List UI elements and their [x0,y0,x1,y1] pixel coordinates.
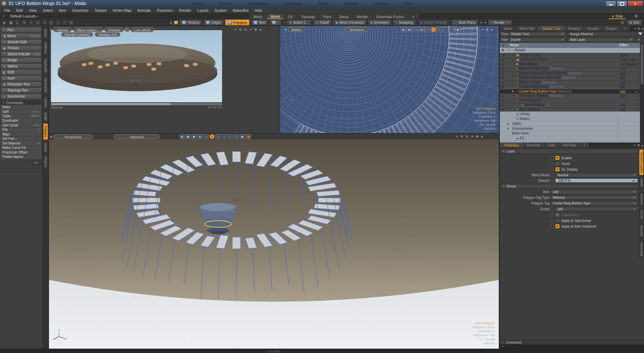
panel-tab[interactable]: Groups [584,26,602,31]
menu-item[interactable]: Select [40,8,56,12]
layer-effect[interactable]: (all) [620,90,626,94]
quick-tool-icon[interactable]: ✎ [21,20,27,25]
layer-name[interactable]: Center Ring Bottom Tops [519,90,556,93]
visibility-eye-icon[interactable]: ◉ [502,99,504,102]
layer-effect[interactable]: (all) [620,103,626,107]
command-item[interactable]: Quadruple [1,119,42,123]
shader-tree-row[interactable]: ◉ ▶ ● Bottom Asymetric Ring Outsides (Ma… [500,71,640,76]
menu-item[interactable]: Animate [134,8,154,12]
add-layer-dropdown[interactable]: Add Layer▼ [568,38,635,42]
layer-effect[interactable]: (all) [620,72,626,75]
layer-name[interactable]: Lights [512,122,521,125]
minimize-button[interactable] [605,1,616,7]
layer-name[interactable]: Final Color Output [520,58,547,61]
command-item[interactable]: Align [1,132,42,137]
layer-name[interactable]: Base Shader [519,62,538,66]
expand-arrow-icon[interactable]: ▶ [512,95,515,97]
layer-effect[interactable]: (all) [620,67,626,71]
scrollbar-thumb[interactable] [641,44,643,84]
menu-item[interactable]: Vertex Map [110,8,135,12]
tool-button[interactable]: ◆Reduction Tool [1,81,42,87]
viewport-menu-dot[interactable] [285,29,286,31]
remove-layer-icon[interactable]: ⊖ [637,38,640,42]
layer-name[interactable]: Bottom Asymetric Ring Tops [519,76,561,79]
channel-toggle-icon[interactable] [550,179,554,183]
expand-arrow-icon[interactable]: ▶ [507,127,510,130]
render-button[interactable]: ●RenderF9 [488,19,512,25]
selection-mode-button[interactable]: Item [251,19,268,25]
layer-effect[interactable]: Final Color [620,58,636,62]
layer-name[interactable]: Center Ring Bottom [519,85,548,89]
tool-button[interactable]: ◠Sketch ExtrudeAlt-B [1,51,42,57]
viewport-toggle-icon[interactable]: ▭ [425,27,430,32]
expand-icon[interactable]: ↗ [470,135,474,138]
viewport-toggle-icon[interactable]: ▥ [198,134,203,139]
layer-name[interactable]: FX [520,136,524,140]
group-section-header[interactable]: ▼Group [500,184,639,188]
quick-tool-icon[interactable]: ∵ [62,20,67,25]
effect-column-header[interactable]: Effect [620,43,628,47]
quick-tool-icon[interactable]: ◺ [15,20,20,25]
zoom-icon[interactable]: ⚲ [244,28,248,32]
more-icon[interactable]: ▸ [259,28,263,32]
viewport-option-pill[interactable]: (Render Camera) [61,32,93,37]
quick-tool-icon[interactable]: ◈ [1,20,7,25]
main-tab[interactable]: Render [353,14,372,19]
command-input[interactable]: > [500,344,644,349]
viewport-toggle-icon[interactable]: ▥ [419,27,424,32]
shader-tree-row[interactable]: ◉ ▤ Nodes ▼ [500,117,640,122]
layer-name[interactable]: UFO Basis Material [519,94,548,98]
shader-tree-row[interactable]: ◉ ▶ ● Bottom Asymetric Ring Tops (Materi… [500,75,640,80]
tool-button[interactable]: ✎Pen [1,27,42,33]
channel-toggle-icon[interactable] [550,174,554,177]
layer-name[interactable]: Alpha Output [520,53,540,57]
quick-tool-icon[interactable]: ⊙ [68,20,74,25]
viewport-toggle-icon[interactable]: ◗ [228,134,233,139]
channel-toggle-icon[interactable] [550,213,554,217]
visibility-eye-icon[interactable]: ◉ [502,67,504,70]
menu-item[interactable]: Geometry [69,8,91,12]
cursor-tool-icon[interactable]: ➣ [480,20,483,25]
main-tab[interactable]: Model [267,14,284,19]
filter-dropdown[interactable]: (none)▼ [508,38,566,42]
visibility-eye-icon[interactable]: ◉ [502,103,504,107]
expand-arrow-icon[interactable]: ▶ [512,76,515,79]
menu-item[interactable]: System [211,8,230,12]
command-item[interactable]: Make [1,105,42,110]
shader-tree-row[interactable]: ◉ ▶ Lights ▼ [500,121,640,126]
main-tab[interactable]: + [409,14,418,19]
gear-icon[interactable]: ⚙ [637,143,640,147]
layer-name[interactable]: Render [515,48,526,52]
visibility-eye-icon[interactable]: ◉ [502,54,504,57]
pan-icon[interactable]: + [455,135,459,138]
name-column-header[interactable]: Name [510,43,519,47]
perspective-viewport[interactable]: Perspective Advanced ▦ ▩ ▣ ▥ ▭ ♙ ♙ ◖ [49,133,499,349]
viewport-toggle-icon[interactable]: ▣ [192,134,197,139]
properties-category-tab[interactable]: Assembly [639,240,644,259]
shader-tree-row[interactable]: ◉ ▤ Library ▼ [500,112,640,117]
tool-category-tab[interactable]: Deform [43,41,48,56]
menu-item[interactable]: Render [176,8,194,12]
menu-item[interactable]: View [26,8,40,12]
layer-effect[interactable]: Alpha [620,54,629,57]
menu-item[interactable]: Help [252,8,265,12]
quick-tool-icon[interactable]: ▦ [8,20,14,25]
checkbox[interactable]: ✔ [555,224,560,229]
shader-tree-row[interactable]: ◉ ▼+ ● Render ▼ [500,48,640,53]
visibility-eye-icon[interactable]: ◉ [501,48,504,52]
main-tab[interactable]: UV [284,14,297,19]
tool-category-tab[interactable]: Polygon [43,123,48,139]
layer-name[interactable]: Library [520,112,530,116]
command-item[interactable]: Set MaterialM [1,141,42,146]
blend-mode-dropdown[interactable]: Normal▼ [555,173,638,177]
maximize-button[interactable] [616,1,627,7]
menu-item[interactable]: File [1,8,13,12]
more-icon[interactable]: ▸ [642,143,643,147]
viewport-toggle-icon[interactable]: ▭ [204,134,209,139]
layer-effect[interactable]: (all) [620,85,626,89]
effect-dropdown-arrow[interactable]: ▼ [635,59,638,61]
effect-dropdown-arrow[interactable]: ▼ [635,54,638,57]
tool-category-tab[interactable]: Basic [43,27,48,40]
visibility-eye-icon[interactable]: ◉ [502,94,504,98]
panel-tab[interactable]: Images [603,26,621,31]
